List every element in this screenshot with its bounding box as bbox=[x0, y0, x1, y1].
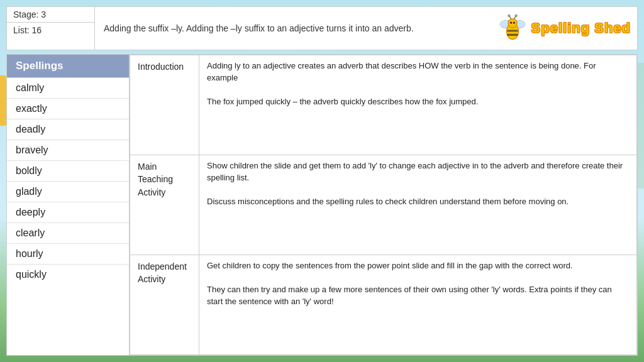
header-left: Stage: 3 List: 16 bbox=[7, 7, 95, 50]
row-1-text: Show children the slide and get them to … bbox=[207, 161, 623, 206]
svg-point-6 bbox=[510, 22, 512, 24]
header-title: Adding the suffix –ly. Adding the –ly su… bbox=[95, 7, 491, 50]
content-row-0: Introduction Adding ly to an adjective c… bbox=[130, 55, 637, 155]
header-logo: Spelling Shed bbox=[491, 7, 637, 50]
content-table: Introduction Adding ly to an adjective c… bbox=[130, 55, 637, 355]
spelling-item-7: clearly bbox=[7, 223, 129, 244]
logo-wrap: Spelling Shed bbox=[497, 13, 631, 43]
spelling-item-8: hourly bbox=[7, 244, 129, 265]
row-1-content: Show children the slide and get them to … bbox=[199, 155, 637, 255]
spelling-item-1: exactly bbox=[7, 99, 129, 119]
svg-rect-4 bbox=[507, 34, 518, 36]
content-row-1: MainTeachingActivity Show children the s… bbox=[130, 155, 637, 255]
row-0-content: Adding ly to an adjective creates an adv… bbox=[199, 55, 637, 155]
svg-point-11 bbox=[515, 14, 517, 16]
spellings-header: Spellings bbox=[7, 55, 129, 78]
row-2-label: IndependentActivity bbox=[130, 255, 199, 355]
spellings-panel: Spellings calmly exactly deadly bravely … bbox=[7, 55, 130, 355]
spelling-item-3: bravely bbox=[7, 140, 129, 161]
spelling-item-4: boldly bbox=[7, 161, 129, 182]
row-2-text: Get children to copy the sentences from … bbox=[207, 261, 612, 306]
spelling-item-2: deadly bbox=[7, 119, 129, 140]
spelling-item-0: calmly bbox=[7, 78, 129, 99]
row-0-label: Introduction bbox=[130, 55, 199, 155]
header: Stage: 3 List: 16 Adding the suffix –ly.… bbox=[6, 6, 638, 50]
spelling-item-6: deeply bbox=[7, 202, 129, 223]
svg-point-7 bbox=[513, 22, 514, 24]
content-row-2: IndependentActivity Get children to copy… bbox=[130, 255, 637, 355]
svg-point-5 bbox=[508, 19, 516, 28]
spelling-item-5: gladly bbox=[7, 182, 129, 202]
row-1-label: MainTeachingActivity bbox=[130, 155, 199, 255]
svg-point-9 bbox=[508, 14, 509, 16]
stage-label: Stage: 3 bbox=[7, 7, 94, 23]
row-2-content: Get children to copy the sentences from … bbox=[199, 255, 637, 355]
content-panel: Introduction Adding ly to an adjective c… bbox=[130, 55, 637, 355]
main-container: Stage: 3 List: 16 Adding the suffix –ly.… bbox=[6, 6, 638, 356]
bee-icon bbox=[497, 13, 528, 43]
svg-rect-3 bbox=[507, 30, 518, 31]
list-label: List: 16 bbox=[7, 23, 94, 38]
body-section: Spellings calmly exactly deadly bravely … bbox=[6, 54, 638, 356]
spelling-item-9: quickly bbox=[7, 265, 129, 285]
logo-text: Spelling Shed bbox=[531, 20, 631, 36]
row-0-text: Adding ly to an adjective creates an adv… bbox=[207, 61, 596, 106]
